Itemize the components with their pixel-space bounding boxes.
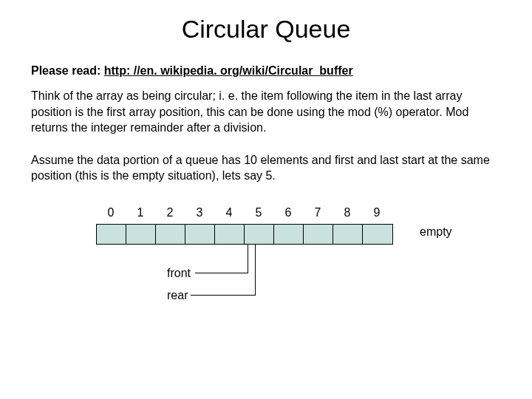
index-label: 2: [155, 206, 185, 219]
array-cell: [97, 225, 126, 244]
paragraph-2: Assume the data portion of a queue has 1…: [31, 152, 501, 184]
array-cell: [363, 225, 392, 244]
cell-row: [96, 224, 393, 245]
content-area: Please read: http: //en. wikipedia. org/…: [0, 64, 532, 332]
index-label: 3: [185, 206, 214, 219]
read-line: Please read: http: //en. wikipedia. org/…: [31, 64, 501, 78]
index-label: 4: [214, 206, 244, 219]
index-label: 9: [362, 206, 392, 219]
rear-label: rear: [167, 289, 188, 302]
array-cell: [245, 225, 274, 244]
front-label: front: [167, 267, 191, 280]
array-cell: [333, 225, 363, 244]
array-cell: [156, 225, 185, 244]
rear-arrow-h: [191, 295, 256, 296]
index-label: 7: [303, 206, 332, 219]
array-cell: [274, 225, 304, 244]
circular-buffer-link[interactable]: http: //en. wikipedia. org/wiki/Circular…: [104, 64, 353, 77]
rear-arrow-v: [255, 244, 256, 296]
index-label: 1: [126, 206, 155, 219]
paragraph-1: Think of the array as being circular; i.…: [31, 88, 501, 136]
array-cell: [185, 225, 215, 244]
array-cell: [215, 225, 245, 244]
read-prefix: Please read:: [31, 64, 104, 77]
front-arrow-v: [248, 244, 248, 273]
index-label: 5: [244, 206, 273, 219]
array-diagram: 0 1 2 3 4 5 6 7 8 9 empty front rear: [96, 206, 495, 332]
empty-label: empty: [420, 225, 452, 239]
array-cell: [304, 225, 333, 244]
index-label: 0: [96, 206, 126, 219]
page-title: Circular Queue: [0, 15, 532, 44]
index-label: 8: [332, 206, 362, 219]
index-row: 0 1 2 3 4 5 6 7 8 9: [96, 206, 392, 219]
array-cell: [126, 225, 156, 244]
index-label: 6: [273, 206, 303, 219]
front-arrow-h: [195, 273, 248, 273]
